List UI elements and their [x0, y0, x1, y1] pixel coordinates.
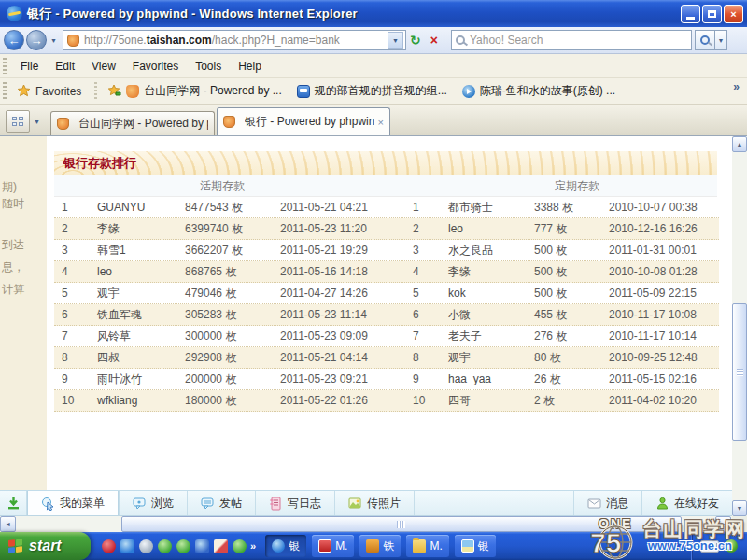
start-button[interactable]: start — [0, 532, 91, 560]
favorites-link[interactable]: 陈瑞-鱼和水的故事(原创) ... — [462, 83, 615, 99]
scroll-left-button[interactable]: ◄ — [0, 516, 16, 532]
quick-launch-overflow-icon[interactable]: » — [250, 540, 256, 552]
back-button[interactable]: ← — [4, 30, 24, 50]
toolbar-grip — [3, 58, 7, 75]
favorites-bar: Favorites 台山同学网 - Powered by ...规的部首规的拼音… — [0, 78, 747, 105]
taskbar-button[interactable]: 铁 — [359, 535, 401, 557]
toolbar-item-label: 发帖 — [219, 496, 242, 511]
search-input[interactable] — [470, 34, 656, 47]
horizontal-scrollbar[interactable]: ◄ ► — [0, 516, 747, 532]
menu-item-favorites[interactable]: Favorites — [124, 56, 187, 77]
quick-tabs-button[interactable] — [6, 110, 30, 133]
search-icon — [456, 35, 465, 45]
iemail-quick-launch-icon[interactable] — [195, 539, 209, 553]
keyboard-tray-icon[interactable] — [700, 540, 719, 553]
xiu-quick-launch-icon[interactable] — [102, 539, 116, 553]
table-row: 5观宇479046 枚2011-04-27 14:265kok500 枚2011… — [54, 283, 719, 304]
refresh-button[interactable]: ↻ — [406, 30, 425, 50]
green-quick-launch-icon[interactable] — [176, 539, 190, 553]
quick-tabs-icon — [12, 117, 23, 126]
favorites-star-icon[interactable] — [17, 84, 31, 98]
taskbar-button[interactable]: 银 — [265, 535, 306, 557]
taskbar-button[interactable]: 银 — [455, 535, 496, 557]
member-name: 韩雪1 — [97, 240, 126, 261]
horizontal-scroll-thumb[interactable] — [121, 516, 682, 532]
deposit-amount: 2 枚 — [534, 390, 555, 412]
toolbar-item-browse[interactable]: 浏览 — [120, 491, 187, 515]
minimize-button[interactable] — [681, 5, 700, 23]
address-bar[interactable]: http://75one.taishan.com/hack.php?H_name… — [63, 30, 406, 50]
restore-button[interactable] — [702, 5, 722, 23]
deposit-date: 2011-05-21 04:14 — [280, 347, 368, 369]
toolbar-item-upload-photo[interactable]: 传照片 — [335, 491, 414, 515]
menu-item-tools[interactable]: Tools — [187, 56, 230, 77]
brush-quick-launch-icon[interactable] — [214, 539, 228, 553]
windows-flag-icon — [8, 539, 23, 553]
member-name: GUANYU — [97, 197, 145, 218]
ie-icon — [7, 6, 22, 21]
rank: 3 — [413, 240, 437, 261]
menu-item-file[interactable]: File — [12, 56, 47, 77]
tab-1[interactable]: 台山同学网 - Powered by p... — [50, 111, 215, 135]
rank: 9 — [62, 369, 86, 390]
menu-item-view[interactable]: View — [83, 56, 124, 77]
toolbar-item-messages[interactable]: 消息 — [574, 491, 641, 515]
tab-label: 银行 - Powered by phpwind — [245, 114, 374, 130]
scroll-right-button[interactable]: ► — [715, 516, 731, 532]
deposit-amount: 455 枚 — [534, 304, 567, 326]
vertical-scroll-thumb[interactable] — [732, 303, 747, 441]
tray-app-icon[interactable] — [725, 539, 738, 553]
stop-button[interactable]: × — [425, 30, 444, 50]
rank: 6 — [413, 304, 437, 326]
search-quick-launch-icon[interactable] — [139, 539, 153, 553]
ie-quick-launch-icon[interactable] — [120, 539, 134, 553]
tab-list-dropdown-icon[interactable]: ▼ — [31, 110, 43, 133]
table-row: 1GUANYU8477543 枚2011-05-21 04:211都市骑士338… — [54, 197, 719, 218]
search-go-icon — [700, 35, 710, 45]
task-buttons: 银M.铁M.银 — [265, 535, 496, 557]
member-name: 四哥 — [448, 390, 471, 412]
sidebar-text-fragment: 随时 — [2, 196, 24, 212]
pic-icon — [461, 539, 474, 553]
tab-2[interactable]: 银行 - Powered by phpwind× — [217, 107, 390, 135]
tab-close-icon[interactable]: × — [374, 117, 384, 128]
toolbar-item-label: 浏览 — [151, 496, 174, 511]
close-button[interactable]: × — [724, 5, 743, 23]
favorites-link[interactable]: 规的部首规的拼音规的组... — [297, 83, 447, 99]
green-quick-launch-icon[interactable] — [158, 539, 172, 553]
toolbar-item-new-post[interactable]: 发帖 — [188, 491, 255, 515]
collapse-toolbar-button[interactable] — [0, 497, 26, 510]
scroll-down-button[interactable]: ▼ — [732, 500, 747, 516]
search-box[interactable] — [451, 30, 692, 50]
rank: 9 — [413, 369, 437, 390]
deposit-date: 2010-09-25 12:48 — [609, 347, 698, 369]
forward-button[interactable]: → — [26, 30, 47, 50]
search-dropdown-icon[interactable]: ▼ — [715, 30, 727, 50]
deposit-date: 2010-11-17 10:08 — [609, 304, 697, 326]
deposit-amount: 26 枚 — [534, 369, 561, 390]
address-dropdown-icon[interactable]: ▼ — [388, 32, 403, 49]
deposit-amount: 3388 枚 — [534, 197, 573, 218]
taskbar-button[interactable]: M. — [406, 535, 448, 557]
member-name: 李缘 — [448, 261, 471, 283]
toolbar-item-my-menu[interactable]: 我的菜单 — [27, 491, 119, 515]
taskbar-button-label: 铁 — [383, 539, 394, 554]
messages-icon — [587, 497, 601, 511]
favorites-overflow-icon[interactable]: » — [733, 78, 740, 93]
scroll-up-button[interactable]: ▲ — [732, 136, 747, 152]
history-dropdown-icon[interactable]: ▼ — [50, 37, 57, 44]
toolbar-item-online-friends[interactable]: 在线好友 — [642, 491, 732, 515]
menu-item-help[interactable]: Help — [230, 56, 270, 77]
table-row: 7风铃草300000 枚2011-05-23 09:097老夫子276 枚201… — [54, 326, 719, 347]
menu-item-edit[interactable]: Edit — [47, 56, 83, 77]
vertical-scrollbar[interactable]: ▲ ▼ — [732, 136, 747, 516]
add-favorite-icon[interactable] — [107, 84, 121, 98]
favorites-link[interactable]: 台山同学网 - Powered by ... — [126, 83, 281, 99]
rank: 4 — [62, 261, 86, 283]
search-go-button[interactable] — [695, 30, 715, 50]
taskbar-button[interactable]: M. — [312, 535, 354, 557]
toolbar-item-write-diary[interactable]: 写日志 — [256, 491, 334, 515]
deposit-amount: 276 枚 — [534, 326, 567, 347]
green-quick-launch-icon[interactable] — [233, 539, 247, 553]
favorites-label[interactable]: Favorites — [35, 85, 81, 98]
